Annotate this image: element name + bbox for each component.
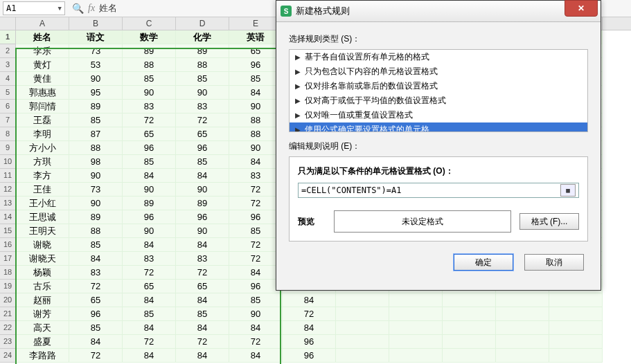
cell[interactable]: 谢芳: [16, 307, 69, 321]
cell[interactable]: 96: [283, 349, 336, 363]
cell[interactable]: 谢晓: [16, 238, 69, 252]
cell[interactable]: 65: [123, 127, 176, 141]
cell[interactable]: 85: [229, 224, 283, 238]
cell[interactable]: 87: [69, 127, 123, 141]
cell[interactable]: 96: [123, 141, 176, 155]
cell[interactable]: 13: [0, 197, 16, 210]
cell[interactable]: [496, 293, 549, 307]
cell[interactable]: 14: [0, 210, 16, 224]
col-header[interactable]: D: [176, 17, 229, 30]
cell[interactable]: 89: [176, 44, 229, 58]
cell[interactable]: 90: [123, 86, 176, 100]
cell[interactable]: 73: [69, 44, 123, 58]
cell[interactable]: 杨颖: [16, 266, 69, 280]
cell[interactable]: 72: [123, 266, 176, 280]
cell[interactable]: 72: [229, 252, 283, 266]
cell[interactable]: [336, 321, 389, 335]
cell[interactable]: 72: [176, 113, 229, 127]
cell[interactable]: 89: [123, 197, 176, 210]
cell[interactable]: 王佳: [16, 183, 69, 197]
cell[interactable]: 24: [0, 349, 16, 363]
cell[interactable]: 98: [69, 155, 123, 169]
col-header[interactable]: B: [69, 17, 123, 30]
cell[interactable]: [549, 349, 603, 363]
cell[interactable]: 84: [69, 252, 123, 266]
cell[interactable]: 84: [283, 321, 336, 335]
cell[interactable]: 9: [0, 141, 16, 155]
cell[interactable]: 83: [123, 100, 176, 113]
cell[interactable]: 15: [0, 224, 16, 238]
rule-type-item[interactable]: ▶基于各自值设置所有单元格的格式: [290, 50, 587, 64]
cell[interactable]: 7: [0, 113, 16, 127]
cell[interactable]: 21: [0, 307, 16, 321]
cell[interactable]: 英语: [229, 30, 283, 44]
cell[interactable]: 90: [229, 307, 283, 321]
rule-type-list[interactable]: ▶基于各自值设置所有单元格的格式▶只为包含以下内容的单元格设置格式▶仅对排名靠前…: [289, 49, 588, 132]
cell[interactable]: [496, 321, 549, 335]
cell[interactable]: 10: [0, 155, 16, 169]
cell[interactable]: 85: [69, 321, 123, 335]
cell[interactable]: 90: [123, 183, 176, 197]
cell[interactable]: 黄佳: [16, 72, 69, 86]
chevron-down-icon[interactable]: ▼: [58, 5, 62, 12]
cell[interactable]: 88: [229, 127, 283, 141]
cell[interactable]: 19: [0, 280, 16, 293]
cell[interactable]: 84: [283, 293, 336, 307]
cell[interactable]: 李明: [16, 127, 69, 141]
cell[interactable]: 85: [176, 72, 229, 86]
rule-type-item[interactable]: ▶仅对唯一值或重复值设置格式: [290, 108, 587, 122]
search-icon[interactable]: 🔍: [72, 3, 84, 14]
cell[interactable]: [389, 321, 443, 335]
cell[interactable]: 84: [176, 293, 229, 307]
cell[interactable]: 85: [229, 293, 283, 307]
cell[interactable]: 方琪: [16, 155, 69, 169]
cell[interactable]: 96: [123, 210, 176, 224]
cell[interactable]: 72: [229, 335, 283, 349]
cell[interactable]: 88: [229, 113, 283, 127]
cell[interactable]: 84: [176, 321, 229, 335]
cell[interactable]: [549, 293, 603, 307]
cell[interactable]: [443, 307, 496, 321]
cell[interactable]: 89: [123, 44, 176, 58]
cell[interactable]: 88: [69, 141, 123, 155]
cell[interactable]: 方小小: [16, 141, 69, 155]
ok-button[interactable]: 确定: [454, 254, 513, 271]
cell[interactable]: 姓名: [16, 30, 69, 44]
cell[interactable]: 89: [69, 210, 123, 224]
cell[interactable]: 84: [176, 349, 229, 363]
cell[interactable]: [549, 335, 603, 349]
cell[interactable]: 90: [176, 86, 229, 100]
cell[interactable]: 95: [69, 86, 123, 100]
cell[interactable]: 88: [69, 224, 123, 238]
cell[interactable]: 96: [229, 58, 283, 72]
cell[interactable]: 11: [0, 169, 16, 183]
cell[interactable]: [443, 335, 496, 349]
cell[interactable]: 65: [176, 280, 229, 293]
col-header[interactable]: A: [16, 17, 69, 30]
cell[interactable]: 90: [176, 183, 229, 197]
cell[interactable]: 88: [123, 58, 176, 72]
cell[interactable]: 90: [123, 224, 176, 238]
cell[interactable]: 12: [0, 183, 16, 197]
cell[interactable]: 1: [0, 30, 16, 44]
cell[interactable]: 73: [69, 183, 123, 197]
cell[interactable]: 53: [69, 58, 123, 72]
cell[interactable]: 85: [123, 155, 176, 169]
cell[interactable]: 4: [0, 72, 16, 86]
cell[interactable]: 23: [0, 335, 16, 349]
cell[interactable]: 18: [0, 266, 16, 280]
cell[interactable]: 85: [69, 238, 123, 252]
cell[interactable]: 84: [123, 238, 176, 252]
cell[interactable]: [336, 293, 389, 307]
cell[interactable]: 85: [123, 72, 176, 86]
dialog-titlebar[interactable]: S 新建格式规则 ✕: [276, 1, 601, 22]
cell[interactable]: [496, 335, 549, 349]
cell[interactable]: 85: [69, 113, 123, 127]
cell[interactable]: [443, 349, 496, 363]
cell[interactable]: 谢晓天: [16, 252, 69, 266]
cell[interactable]: 65: [123, 280, 176, 293]
cell[interactable]: 89: [176, 197, 229, 210]
cell[interactable]: 65: [176, 127, 229, 141]
range-picker-icon[interactable]: ▦: [560, 184, 576, 197]
cell[interactable]: [496, 349, 549, 363]
